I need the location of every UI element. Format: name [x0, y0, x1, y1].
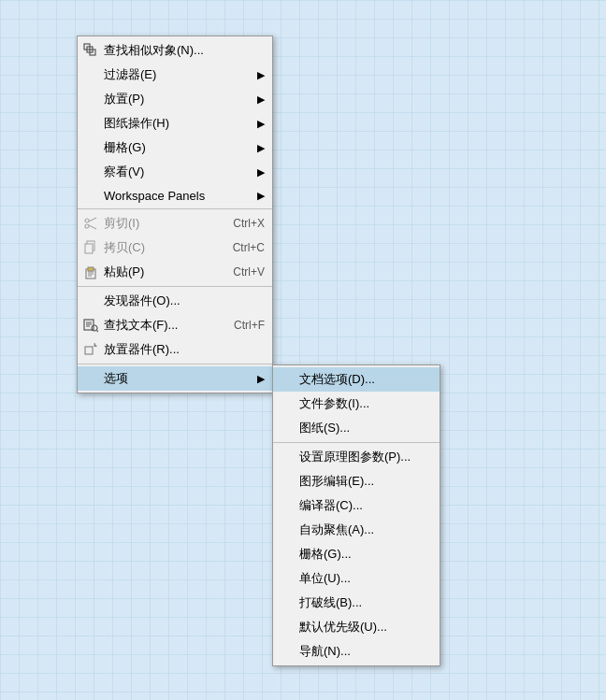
submenu-item-graphic-edit[interactable]: 图形编辑(E)...: [273, 469, 440, 493]
menu-item-workspace-panels[interactable]: Workspace Panels ▶: [78, 184, 272, 207]
submenu-item-unit[interactable]: 单位(U)...: [273, 566, 440, 591]
submenu-item-doc-options[interactable]: 文档选项(D)...: [273, 367, 440, 392]
menu-label: 查找文本(F)...: [104, 317, 178, 334]
svg-line-6: [89, 225, 96, 229]
menu-label: 剪切(I): [104, 215, 139, 232]
arrow-icon: ▶: [248, 93, 265, 106]
menu-item-view[interactable]: 察看(V) ▶: [78, 160, 272, 184]
submenu-item-file-params[interactable]: 文件参数(I)...: [273, 392, 440, 416]
menu-label: 编译器(C)...: [299, 497, 363, 514]
svg-rect-8: [85, 244, 93, 253]
shortcut-label: Ctrl+C: [214, 241, 265, 254]
menu-label: 栅格(G)...: [299, 546, 352, 563]
menu-label: 自动聚焦(A)...: [299, 521, 374, 538]
copy-icon: [81, 240, 100, 255]
menu-label: 选项: [104, 370, 128, 387]
menu-item-schematic-ops[interactable]: 图纸操作(H) ▶: [78, 111, 272, 136]
svg-point-3: [85, 219, 89, 222]
svg-rect-20: [85, 347, 93, 354]
menu-label: 过滤器(E): [104, 66, 156, 83]
context-menu: 查找相似对象(N)... 过滤器(E) ▶ 放置(P) ▶ 图纸操作(H) ▶ …: [77, 36, 273, 393]
scissors-icon: [81, 216, 100, 231]
menu-item-find-text[interactable]: 查找文本(F)... Ctrl+F: [78, 313, 272, 337]
paste-icon: [81, 264, 100, 279]
menu-label: 发现器件(O)...: [104, 293, 180, 309]
menu-label: Workspace Panels: [104, 189, 205, 203]
menu-item-cut[interactable]: 剪切(I) Ctrl+X: [78, 211, 272, 236]
menu-item-copy[interactable]: 拷贝(C) Ctrl+C: [78, 236, 272, 260]
menu-label: 放置器件(R)...: [104, 341, 180, 358]
arrow-icon: ▶: [248, 69, 265, 81]
shortcut-label: Ctrl+V: [214, 265, 265, 279]
menu-item-options[interactable]: 选项 ▶ 文档选项(D)... 文件参数(I)... 图纸(S)... 设置原理…: [78, 366, 272, 391]
menu-item-grids[interactable]: 栅格(G) ▶: [78, 136, 272, 160]
separator-1: [78, 208, 272, 209]
menu-label: 图纸(S)...: [299, 420, 350, 436]
submenu-item-schematic-params[interactable]: 设置原理图参数(P)...: [273, 445, 440, 469]
menu-label: 单位(U)...: [299, 570, 351, 587]
find-text-icon: [81, 318, 100, 333]
submenu-separator-1: [273, 442, 440, 443]
submenu-item-grid[interactable]: 栅格(G)...: [273, 542, 440, 566]
submenu-item-nav[interactable]: 导航(N)...: [273, 639, 440, 664]
menu-item-paste[interactable]: 粘贴(P) Ctrl+V: [78, 260, 272, 284]
arrow-icon: ▶: [248, 166, 265, 179]
menu-label: 图形编辑(E)...: [299, 473, 374, 490]
similar-icon: [81, 43, 100, 58]
place-icon: [81, 342, 100, 357]
menu-label: 设置原理图参数(P)...: [299, 449, 411, 465]
shortcut-label: Ctrl+F: [215, 319, 265, 332]
svg-line-5: [89, 218, 96, 221]
menu-label: 察看(V): [104, 164, 144, 180]
menu-label: 文档选项(D)...: [299, 371, 375, 388]
menu-item-find-similar[interactable]: 查找相似对象(N)...: [78, 38, 272, 63]
menu-label: 粘贴(P): [104, 264, 144, 280]
separator-2: [78, 286, 272, 287]
menu-label: 默认优先级(U)...: [299, 619, 387, 636]
submenu-item-schematic-s[interactable]: 图纸(S)...: [273, 416, 440, 440]
arrow-icon: ▶: [248, 373, 265, 385]
menu-label: 拷贝(C): [104, 239, 145, 256]
menu-label: 栅格(G): [104, 139, 146, 156]
menu-label: 导航(N)...: [299, 643, 351, 660]
arrow-icon: ▶: [248, 142, 265, 154]
svg-point-4: [85, 224, 89, 228]
submenu-options: 文档选项(D)... 文件参数(I)... 图纸(S)... 设置原理图参数(P…: [272, 364, 440, 666]
separator-3: [78, 364, 272, 364]
menu-label: 图纸操作(H): [104, 115, 169, 132]
menu-label: 查找相似对象(N)...: [104, 42, 204, 59]
menu-item-filter[interactable]: 过滤器(E) ▶: [78, 63, 272, 87]
menu-item-place-comp[interactable]: 放置器件(R)...: [78, 337, 272, 362]
submenu-item-default-priority[interactable]: 默认优先级(U)...: [273, 615, 440, 639]
submenu-item-break-line[interactable]: 打破线(B)...: [273, 591, 440, 615]
arrow-icon: ▶: [248, 190, 265, 202]
menu-item-find-comp[interactable]: 发现器件(O)...: [78, 289, 272, 313]
menu-item-place[interactable]: 放置(P) ▶: [78, 87, 272, 111]
svg-point-18: [92, 325, 97, 331]
svg-line-19: [97, 331, 99, 333]
submenu-item-autofocus[interactable]: 自动聚焦(A)...: [273, 518, 440, 542]
menu-label: 打破线(B)...: [299, 594, 362, 611]
svg-rect-10: [88, 267, 94, 271]
submenu-item-compiler[interactable]: 编译器(C)...: [273, 493, 440, 518]
shortcut-label: Ctrl+X: [214, 217, 265, 230]
menu-label: 文件参数(I)...: [299, 395, 369, 412]
arrow-icon: ▶: [248, 118, 265, 130]
menu-label: 放置(P): [104, 91, 144, 107]
